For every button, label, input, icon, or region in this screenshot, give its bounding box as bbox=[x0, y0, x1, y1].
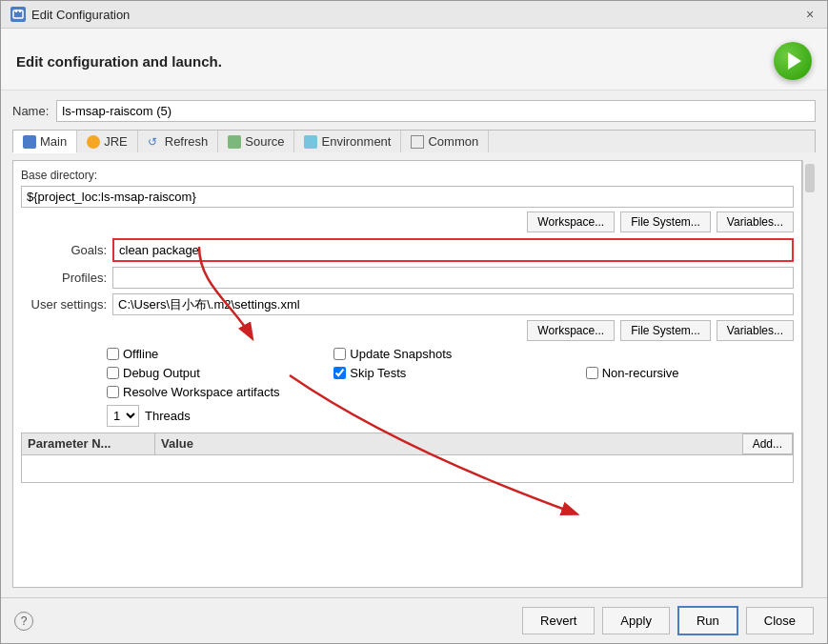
profiles-label: Profiles: bbox=[21, 271, 107, 285]
edit-configuration-window: Edit Configuration × Edit configuration … bbox=[0, 0, 828, 644]
base-directory-input[interactable] bbox=[21, 186, 794, 208]
goals-label: Goals: bbox=[21, 243, 107, 257]
parameter-table: Parameter N... Value Add... bbox=[21, 433, 794, 483]
user-settings-buttons: Workspace... File System... Variables... bbox=[21, 320, 794, 341]
threads-select[interactable]: 124 bbox=[107, 405, 139, 427]
non-recursive-label: Non-recursive bbox=[602, 366, 679, 380]
svg-rect-2 bbox=[19, 10, 21, 12]
param-value-col-header: Value bbox=[155, 433, 742, 454]
jre-tab-icon bbox=[87, 135, 100, 149]
goals-input[interactable] bbox=[112, 238, 794, 262]
name-row: Name: bbox=[12, 100, 816, 122]
run-icon-button[interactable] bbox=[774, 42, 812, 80]
add-param-button[interactable]: Add... bbox=[742, 433, 793, 454]
debug-output-checkbox[interactable] bbox=[107, 367, 119, 379]
threads-label: Threads bbox=[145, 409, 191, 423]
debug-output-checkbox-item: Debug Output bbox=[107, 366, 314, 380]
header-area: Edit configuration and launch. bbox=[1, 29, 827, 91]
main-tab-icon bbox=[23, 135, 36, 149]
tab-jre[interactable]: JRE bbox=[77, 131, 138, 152]
resolve-workspace-label: Resolve Workspace artifacts bbox=[123, 385, 280, 399]
skip-tests-checkbox-item: Skip Tests bbox=[333, 366, 566, 380]
file-system-button-1[interactable]: File System... bbox=[620, 211, 711, 232]
offline-label: Offline bbox=[123, 347, 158, 361]
name-label: Name: bbox=[12, 104, 49, 118]
offline-checkbox[interactable] bbox=[107, 348, 119, 360]
offline-checkbox-item: Offline bbox=[107, 347, 314, 361]
close-window-button[interactable]: × bbox=[802, 7, 818, 22]
tab-common[interactable]: Common bbox=[401, 131, 489, 152]
tab-refresh[interactable]: ↺ Refresh bbox=[138, 131, 219, 152]
checkbox-grid: Offline Update Snapshots Debug Output Sk… bbox=[107, 347, 794, 399]
threads-row: 124 Threads bbox=[107, 405, 794, 427]
skip-tests-label: Skip Tests bbox=[350, 366, 406, 380]
scrollbar[interactable] bbox=[802, 160, 816, 588]
window-title: Edit Configuration bbox=[31, 8, 130, 22]
workspace-button-2[interactable]: Workspace... bbox=[527, 320, 615, 341]
environment-tab-icon bbox=[304, 135, 317, 149]
workspace-button-1[interactable]: Workspace... bbox=[527, 211, 615, 232]
update-snapshots-checkbox[interactable] bbox=[333, 348, 346, 360]
param-table-header: Parameter N... Value Add... bbox=[22, 433, 793, 455]
source-tab-icon bbox=[228, 135, 241, 149]
svg-rect-0 bbox=[13, 10, 23, 18]
goals-row: Goals: bbox=[21, 238, 794, 262]
tab-source[interactable]: Source bbox=[218, 131, 294, 152]
header-title: Edit configuration and launch. bbox=[16, 53, 222, 70]
tabs-bar: Main JRE ↺ Refresh Source Environment Co… bbox=[12, 130, 816, 152]
title-bar-left: Edit Configuration bbox=[10, 7, 130, 22]
base-directory-buttons: Workspace... File System... Variables... bbox=[21, 211, 794, 232]
common-tab-icon bbox=[411, 135, 424, 149]
close-button[interactable]: Close bbox=[746, 607, 814, 634]
tab-main[interactable]: Main bbox=[13, 131, 77, 153]
resolve-workspace-checkbox[interactable] bbox=[107, 386, 119, 398]
help-icon[interactable]: ? bbox=[14, 612, 33, 631]
tab-environment[interactable]: Environment bbox=[294, 131, 401, 152]
user-settings-input[interactable] bbox=[112, 293, 794, 315]
variables-button-2[interactable]: Variables... bbox=[717, 320, 794, 341]
scrollbar-thumb[interactable] bbox=[805, 164, 815, 192]
debug-output-label: Debug Output bbox=[123, 366, 200, 380]
update-snapshots-label: Update Snapshots bbox=[350, 347, 452, 361]
name-input[interactable] bbox=[56, 100, 816, 122]
non-recursive-checkbox-item: Non-recursive bbox=[586, 366, 794, 380]
base-directory-label: Base directory: bbox=[21, 169, 794, 182]
main-content: Name: Main JRE ↺ Refresh Source bbox=[1, 91, 827, 597]
skip-tests-checkbox[interactable] bbox=[333, 367, 346, 379]
non-recursive-checkbox[interactable] bbox=[586, 367, 598, 379]
refresh-tab-icon: ↺ bbox=[148, 135, 161, 149]
user-settings-label: User settings: bbox=[21, 297, 107, 312]
revert-button[interactable]: Revert bbox=[522, 607, 595, 634]
tab-content-main: Base directory: Workspace... File System… bbox=[12, 160, 802, 588]
window-icon bbox=[10, 7, 26, 22]
param-table-body bbox=[22, 455, 793, 482]
apply-button[interactable]: Apply bbox=[602, 607, 670, 634]
resolve-workspace-checkbox-item: Resolve Workspace artifacts bbox=[107, 385, 794, 399]
run-button[interactable]: Run bbox=[677, 606, 738, 635]
svg-rect-1 bbox=[15, 10, 17, 12]
file-system-button-2[interactable]: File System... bbox=[620, 320, 711, 341]
profiles-input[interactable] bbox=[112, 267, 794, 289]
variables-button-1[interactable]: Variables... bbox=[717, 211, 794, 232]
param-name-col-header: Parameter N... bbox=[22, 433, 155, 454]
footer: ? Revert Apply Run Close bbox=[1, 597, 827, 643]
user-settings-row: User settings: bbox=[21, 293, 794, 315]
profiles-row: Profiles: bbox=[21, 267, 794, 289]
update-snapshots-checkbox-item: Update Snapshots bbox=[333, 347, 566, 361]
title-bar: Edit Configuration × bbox=[1, 1, 827, 29]
